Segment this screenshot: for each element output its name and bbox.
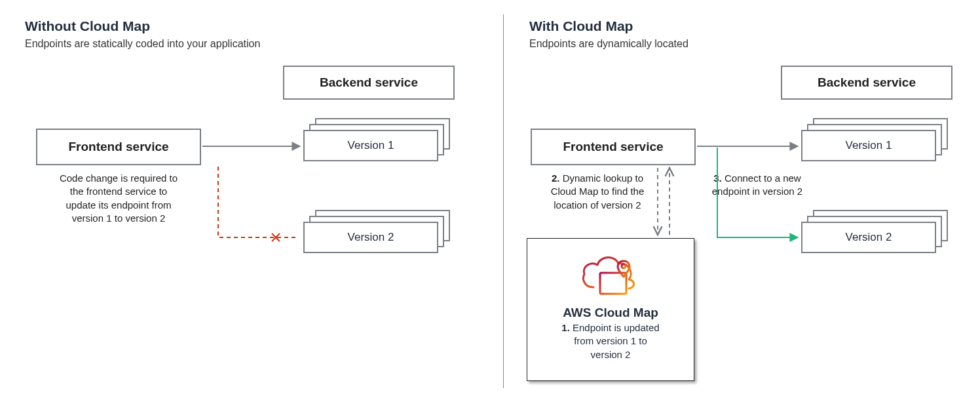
right-backend-label: Backend service bbox=[818, 75, 916, 90]
cloudmap-step1: 1. Endpoint is updatedfrom version 1 tov… bbox=[527, 321, 694, 361]
right-step2: 2. Dynamic lookup toCloud Map to find th… bbox=[532, 172, 663, 212]
right-backend-label-box: Backend service bbox=[781, 66, 952, 100]
right-step3: 3. Connect to a newendpoint in version 2 bbox=[698, 172, 816, 199]
right-v2-front: Version 2 bbox=[801, 222, 936, 253]
left-backend-label: Backend service bbox=[320, 75, 418, 90]
svg-line-7 bbox=[272, 233, 280, 241]
right-v1-label: Version 1 bbox=[846, 139, 892, 152]
diagram-root: Without Cloud Map Endpoints are statical… bbox=[0, 0, 980, 404]
left-frontend-box: Frontend service bbox=[36, 129, 201, 165]
right-v2-label: Version 2 bbox=[846, 231, 892, 244]
right-frontend-box: Frontend service bbox=[531, 129, 696, 165]
cloudmap-icon bbox=[578, 248, 643, 299]
right-frontend-label: Frontend service bbox=[563, 140, 663, 154]
vertical-divider bbox=[503, 14, 504, 388]
left-v2-label: Version 2 bbox=[348, 231, 394, 244]
cloudmap-title: AWS Cloud Map bbox=[527, 306, 694, 320]
left-v1-label: Version 1 bbox=[348, 139, 394, 152]
left-note: Code change is required tothe frontend s… bbox=[39, 172, 198, 225]
left-failed-arrow bbox=[218, 167, 298, 241]
right-title: With Cloud Map bbox=[529, 18, 633, 34]
left-v2-front: Version 2 bbox=[303, 222, 438, 253]
left-subtitle: Endpoints are statically coded into your… bbox=[25, 38, 260, 50]
right-v1-front: Version 1 bbox=[801, 130, 936, 161]
svg-point-5 bbox=[622, 264, 626, 268]
left-backend-label-box: Backend service bbox=[283, 66, 455, 100]
left-title: Without Cloud Map bbox=[25, 18, 150, 34]
cloudmap-box: AWS Cloud Map 1. Endpoint is updatedfrom… bbox=[527, 238, 694, 381]
svg-line-6 bbox=[272, 233, 280, 241]
left-frontend-label: Frontend service bbox=[68, 140, 168, 154]
left-v1-front: Version 1 bbox=[303, 130, 438, 161]
right-subtitle: Endpoints are dynamically located bbox=[529, 38, 688, 50]
